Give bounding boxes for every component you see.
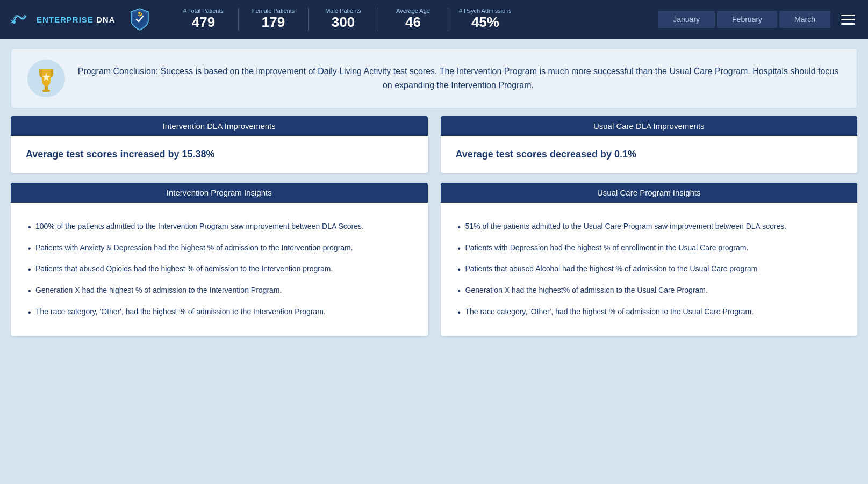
intervention-insights-card: Intervention Program Insights 100% of th… — [11, 183, 428, 336]
list-item: Patients that abused Opioids had the hig… — [28, 263, 411, 275]
list-item: The race category, 'Other', had the high… — [458, 306, 841, 318]
month-tabs: January February March — [658, 11, 830, 28]
stats-row: # Total Patients 479 Female Patients 179… — [163, 8, 658, 31]
stat-male-patients: Male Patients 300 — [309, 8, 378, 31]
usual-care-insights-header: Usual Care Program Insights — [441, 183, 858, 203]
svg-point-1 — [12, 20, 16, 24]
brand-name: ENTERPRISE DNA — [37, 15, 116, 24]
tab-january[interactable]: January — [658, 11, 715, 28]
tab-march[interactable]: March — [779, 11, 830, 28]
shield-icon — [127, 6, 153, 32]
usual-care-insights-card: Usual Care Program Insights 51% of the p… — [441, 183, 858, 336]
usual-care-dla-body: Average test scores decreased by 0.1% — [441, 136, 858, 173]
intervention-insights-body: 100% of the patients admitted to the Int… — [11, 203, 428, 336]
list-item: 100% of the patients admitted to the Int… — [28, 221, 411, 233]
intervention-dla-card: Intervention DLA Improvements Average te… — [11, 116, 428, 173]
list-item: Patients that abused Alcohol had the hig… — [458, 263, 841, 275]
stat-psych-admissions: # Psych Admissions 45% — [448, 8, 522, 31]
insights-cards-row: Intervention Program Insights 100% of th… — [0, 183, 868, 336]
svg-rect-5 — [42, 90, 50, 92]
header: ENTERPRISE DNA # Total Patients 479 Fema… — [0, 0, 868, 39]
hamburger-menu[interactable] — [837, 12, 859, 27]
intervention-dla-body: Average test scores increased by 15.38% — [11, 136, 428, 173]
brand: ENTERPRISE DNA — [9, 8, 116, 31]
svg-rect-4 — [45, 86, 48, 90]
usual-care-insights-body: 51% of the patients admitted to the Usua… — [441, 203, 858, 336]
brand-logo-icon — [9, 8, 31, 31]
list-item: Generation X had the highest % of admiss… — [28, 285, 411, 297]
conclusion-banner: Program Conclusion: Success is based on … — [11, 48, 857, 109]
tab-february[interactable]: February — [717, 11, 777, 28]
hamburger-line-3 — [841, 23, 855, 25]
hamburger-line-2 — [841, 19, 855, 20]
stat-average-age: Average Age 46 — [378, 8, 448, 31]
svg-point-0 — [9, 8, 31, 31]
usual-care-dla-score: Average test scores decreased by 0.1% — [456, 149, 843, 160]
hamburger-line-1 — [841, 15, 855, 16]
list-item: 51% of the patients admitted to the Usua… — [458, 221, 841, 233]
intervention-dla-score: Average test scores increased by 15.38% — [26, 149, 413, 160]
trophy-icon — [27, 60, 65, 97]
stat-female-patients: Female Patients 179 — [239, 8, 309, 31]
intervention-dla-header: Intervention DLA Improvements — [11, 116, 428, 136]
stat-total-patients: # Total Patients 479 — [169, 8, 239, 31]
list-item: The race category, 'Other', had the high… — [28, 306, 411, 318]
usual-care-dla-card: Usual Care DLA Improvements Average test… — [441, 116, 858, 173]
usual-care-insights-list: 51% of the patients admitted to the Usua… — [456, 215, 843, 323]
dla-cards-row: Intervention DLA Improvements Average te… — [0, 116, 868, 173]
intervention-insights-list: 100% of the patients admitted to the Int… — [26, 215, 413, 323]
usual-care-dla-header: Usual Care DLA Improvements — [441, 116, 858, 136]
list-item: Patients with Anxiety & Depression had t… — [28, 242, 411, 254]
intervention-insights-header: Intervention Program Insights — [11, 183, 428, 203]
list-item: Patients with Depression had the highest… — [458, 242, 841, 254]
conclusion-text: Program Conclusion: Success is based on … — [76, 64, 841, 92]
list-item: Generation X had the highest% of admissi… — [458, 285, 841, 297]
